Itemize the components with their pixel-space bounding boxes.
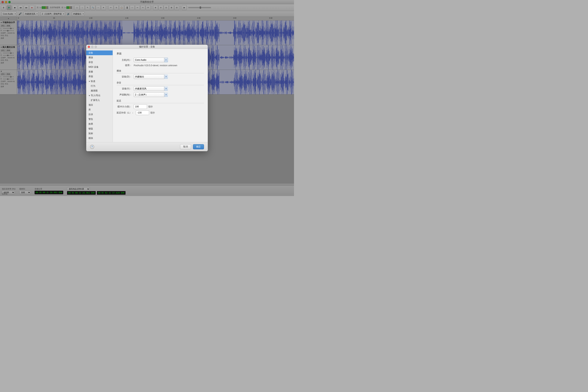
sidebar-item-midi[interactable]: MIDI 设备 <box>86 65 113 70</box>
recording-device-label: 设备(V)： <box>117 87 132 90</box>
sidebar-item-import-export[interactable]: ▼导入/导出 <box>86 93 113 98</box>
help-button[interactable]: ? <box>90 145 94 149</box>
host-select[interactable]: Core Audio <box>134 58 168 62</box>
host-select-btn[interactable]: ▼ <box>164 58 168 62</box>
sidebar-item-effects[interactable]: 效果 <box>86 122 113 126</box>
recording-device-row: 设备(V)： 内建麦克风 ▼ <box>117 86 204 91</box>
playback-device-row: 设备(D)： 内建输出 ▼ <box>117 74 204 79</box>
channels-row: 声道数(N)： 2（立体声） ▼ <box>117 92 204 97</box>
latency-comp-input[interactable] <box>136 110 149 115</box>
channels-dialog-select[interactable]: 2（立体声） <box>134 92 168 97</box>
dialog-window-controls[interactable] <box>88 46 97 48</box>
sidebar-item-interface[interactable]: 界面 <box>86 74 113 79</box>
dialog-min-button <box>91 46 93 48</box>
recording-device-select[interactable]: 内建麦克风 <box>134 86 168 91</box>
sidebar-item-keyboard[interactable]: 键盘 <box>86 126 113 131</box>
dialog-overlay: 偏好设置：设备 设备 播放 录音 MIDI 设备 质量 界面 ▼轨道 行为 频谱… <box>0 0 294 196</box>
sidebar-item-directory[interactable]: 目录 <box>86 112 113 117</box>
sidebar-item-device[interactable]: 设备 <box>86 50 113 55</box>
sidebar-item-warnings[interactable]: 警告 <box>86 117 113 122</box>
sidebar-item-recording[interactable]: 录音 <box>86 60 113 65</box>
host-row: 主机(H)： Core Audio ▼ <box>117 58 204 62</box>
playback-device-label: 设备(D)： <box>117 75 132 78</box>
dialog-section-title: 界面 <box>117 52 204 56</box>
recording-group-title: 录音 <box>117 81 204 85</box>
sidebar-item-mouse[interactable]: 鼠标 <box>86 131 113 136</box>
sidebar-item-quality[interactable]: 质量 <box>86 70 113 74</box>
use-row: 使用： PortAudio V19.5.0-devel, revision un… <box>117 64 204 67</box>
latency-comp-label: 延迟补偿（L）： <box>117 111 134 114</box>
cancel-button[interactable]: 取消 <box>180 144 191 149</box>
sidebar-item-library[interactable]: 库 <box>86 108 113 112</box>
dialog-footer-buttons: 取消 确定 <box>180 144 204 149</box>
playback-group-title: 播放 <box>117 69 204 73</box>
buffer-input[interactable] <box>134 104 147 109</box>
sidebar-item-project[interactable]: 项目 <box>86 103 113 108</box>
channels-label: 声道数(N)： <box>117 93 132 96</box>
dialog-max-button <box>95 46 97 48</box>
sidebar-item-behavior[interactable]: 行为 <box>86 84 113 88</box>
latency-comp-unit: 毫秒 <box>150 111 155 114</box>
use-label: 使用： <box>117 64 132 67</box>
dialog-title-bar: 偏好设置：设备 <box>86 45 208 49</box>
ok-button[interactable]: 确定 <box>193 144 204 149</box>
sidebar-item-spectrogram[interactable]: 频谱图 <box>86 88 113 93</box>
buffer-row: 缓冲大小(B)： 毫秒 <box>117 104 204 109</box>
recording-device-arrow[interactable]: ▼ <box>164 86 168 91</box>
latency-group-title: 延迟 <box>117 99 204 103</box>
playback-device-select[interactable]: 内建输出 <box>134 74 168 79</box>
preferences-dialog: 偏好设置：设备 设备 播放 录音 MIDI 设备 质量 界面 ▼轨道 行为 频谱… <box>86 45 208 151</box>
sidebar-item-modules[interactable]: 模块 <box>86 136 113 140</box>
sidebar-item-tracks[interactable]: ▼轨道 <box>86 79 113 84</box>
channels-arrow[interactable]: ▼ <box>164 92 168 97</box>
dialog-body: 设备 播放 录音 MIDI 设备 质量 界面 ▼轨道 行为 频谱图 ▼导入/导出… <box>86 49 208 142</box>
buffer-label: 缓冲大小(B)： <box>117 105 132 108</box>
dialog-sidebar: 设备 播放 录音 MIDI 设备 质量 界面 ▼轨道 行为 频谱图 ▼导入/导出… <box>86 49 113 142</box>
dialog-footer: ? 取消 确定 <box>86 142 208 151</box>
dialog-content: 界面 主机(H)： Core Audio ▼ 使用 <box>113 49 208 142</box>
sidebar-item-ext-import[interactable]: 扩展导入 <box>86 98 113 103</box>
host-label: 主机(H)： <box>117 58 132 62</box>
playback-device-arrow[interactable]: ▼ <box>164 74 168 79</box>
buffer-unit: 毫秒 <box>148 105 153 108</box>
sidebar-item-playback[interactable]: 播放 <box>86 55 113 60</box>
use-value: PortAudio V19.5.0-devel, revision unknow… <box>134 64 177 67</box>
dialog-title: 偏好设置：设备 <box>139 45 155 48</box>
dialog-close-button[interactable] <box>88 46 90 48</box>
latency-comp-row: 延迟补偿（L）： 毫秒 <box>117 110 204 115</box>
